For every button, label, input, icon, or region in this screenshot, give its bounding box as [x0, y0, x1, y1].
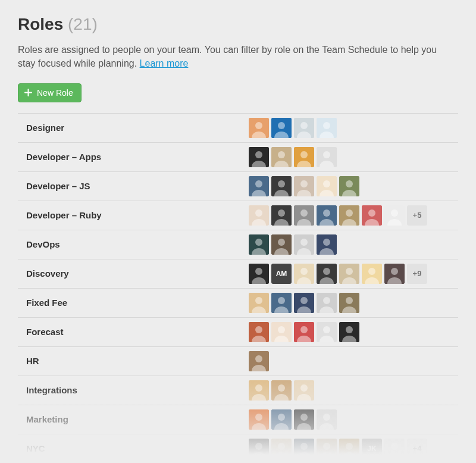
avatar-group	[249, 147, 337, 167]
avatar-group	[249, 234, 337, 255]
role-name: Fixed Fee	[18, 298, 249, 308]
title-text: Roles	[18, 15, 63, 33]
role-name: Integrations	[18, 385, 249, 395]
avatar[interactable]	[294, 118, 314, 138]
svg-point-35	[346, 209, 353, 217]
role-row[interactable]: HR	[18, 346, 458, 376]
avatar-group	[249, 176, 359, 196]
avatar[interactable]	[271, 293, 292, 313]
avatar[interactable]	[249, 147, 269, 167]
avatar[interactable]	[362, 264, 382, 284]
svg-point-85	[278, 384, 285, 392]
avatar[interactable]	[294, 234, 314, 255]
avatar[interactable]	[339, 322, 359, 342]
avatar[interactable]	[271, 322, 292, 342]
avatar[interactable]	[339, 264, 359, 284]
role-row[interactable]: Fixed Fee	[18, 288, 458, 317]
avatar[interactable]	[271, 118, 292, 138]
avatar[interactable]	[271, 409, 292, 430]
avatar[interactable]	[294, 409, 314, 430]
svg-point-15	[323, 151, 330, 158]
avatar[interactable]	[317, 439, 337, 459]
role-row[interactable]: Forecast	[18, 317, 458, 346]
avatar[interactable]	[294, 264, 314, 284]
avatar-overflow[interactable]: +5	[407, 205, 427, 226]
avatar[interactable]	[294, 322, 314, 342]
avatar[interactable]	[249, 118, 269, 138]
svg-point-27	[255, 209, 262, 217]
svg-point-65	[300, 297, 308, 304]
avatar[interactable]	[339, 439, 359, 459]
svg-point-23	[323, 180, 330, 187]
avatar[interactable]	[249, 234, 269, 255]
role-row[interactable]: Developer – Apps	[18, 142, 458, 171]
avatar[interactable]	[294, 293, 314, 313]
avatar[interactable]	[249, 176, 269, 196]
role-row[interactable]: DevOps	[18, 230, 458, 259]
avatar[interactable]	[294, 380, 314, 401]
role-row[interactable]: Developer – JS	[18, 171, 458, 201]
avatar[interactable]	[271, 380, 292, 401]
avatar[interactable]: AM	[271, 264, 292, 284]
avatar-overflow[interactable]: +9	[407, 264, 427, 284]
avatar[interactable]	[362, 205, 382, 226]
avatar[interactable]	[317, 147, 337, 167]
avatar[interactable]	[339, 176, 359, 196]
svg-point-69	[346, 297, 353, 304]
avatar[interactable]	[249, 380, 269, 401]
avatar[interactable]	[271, 147, 292, 167]
svg-point-33	[323, 209, 330, 217]
avatar[interactable]	[384, 264, 405, 284]
roles-list: DesignerDeveloper – AppsDeveloper – JSDe…	[18, 113, 458, 463]
svg-point-63	[278, 297, 285, 304]
avatar[interactable]	[317, 293, 337, 313]
new-role-button[interactable]: New Role	[18, 83, 82, 102]
avatar[interactable]	[317, 322, 337, 342]
svg-point-77	[323, 326, 330, 333]
avatar[interactable]	[271, 234, 292, 255]
svg-point-55	[346, 268, 353, 275]
avatar[interactable]	[317, 234, 337, 255]
avatar[interactable]	[317, 118, 337, 138]
avatar[interactable]	[317, 176, 337, 196]
avatar[interactable]	[249, 264, 269, 284]
role-name: HR	[18, 356, 249, 366]
avatar[interactable]	[317, 205, 337, 226]
svg-point-19	[278, 180, 285, 187]
role-row[interactable]: Marketing	[18, 405, 458, 434]
avatar-overflow[interactable]: +4	[407, 439, 427, 459]
description-text: Roles are assigned to people on your tea…	[18, 45, 437, 68]
avatar[interactable]	[294, 147, 314, 167]
avatar[interactable]	[339, 205, 359, 226]
role-row[interactable]: Developer – Ruby+5	[18, 201, 458, 230]
avatar[interactable]	[249, 351, 269, 371]
avatar[interactable]	[249, 322, 269, 342]
learn-more-link[interactable]: Learn more	[140, 58, 189, 68]
avatar[interactable]	[249, 293, 269, 313]
avatar[interactable]	[249, 205, 269, 226]
avatar[interactable]	[294, 439, 314, 459]
avatar[interactable]	[249, 409, 269, 430]
role-row[interactable]: Integrations	[18, 376, 458, 405]
role-row[interactable]: DiscoveryAM+9	[18, 259, 458, 288]
avatar[interactable]	[317, 264, 337, 284]
role-row[interactable]: Designer	[18, 113, 458, 142]
svg-point-89	[255, 414, 262, 421]
avatar[interactable]: JK	[362, 439, 382, 459]
svg-point-79	[346, 326, 353, 333]
role-name: Designer	[18, 123, 249, 133]
avatar[interactable]	[271, 439, 292, 459]
svg-point-1	[255, 122, 262, 129]
avatar[interactable]	[317, 409, 337, 430]
avatar[interactable]	[294, 205, 314, 226]
svg-point-91	[278, 414, 285, 421]
avatar[interactable]	[384, 205, 405, 226]
avatar[interactable]	[339, 293, 359, 313]
role-row[interactable]: NYCJK+4	[18, 434, 458, 463]
avatar[interactable]	[294, 176, 314, 196]
svg-point-51	[300, 268, 308, 275]
avatar[interactable]	[271, 176, 292, 196]
avatar[interactable]	[384, 439, 405, 459]
avatar[interactable]	[271, 205, 292, 226]
avatar[interactable]	[249, 439, 269, 459]
